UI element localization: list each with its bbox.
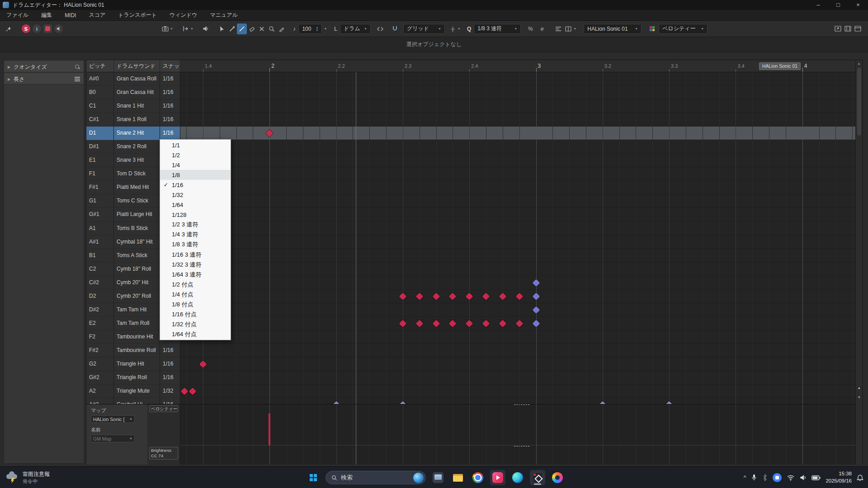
menu-item[interactable]: MIDI [65,12,76,19]
cc74-lane-tag[interactable]: Brightness CC 74 [149,447,178,460]
iterative-quantize-button[interactable]: % [525,23,535,34]
draw-tool[interactable] [277,23,287,34]
taskbar-app-cubase[interactable] [530,470,545,485]
menu-item[interactable]: トランスポート [118,11,157,19]
drum-note[interactable] [482,292,490,300]
column-snap[interactable]: スナップ [160,60,180,72]
event-colors-icon[interactable] [647,23,657,34]
snap-icon[interactable] [390,23,400,34]
drum-note[interactable] [515,320,523,328]
autoscroll-dropdown-icon[interactable]: ▼ [190,27,193,30]
zoom-handle-icon[interactable]: ● [856,386,862,389]
taskbar-app-browser[interactable] [550,470,565,485]
part-edit-icon[interactable] [563,23,573,34]
cell-snap[interactable]: 1/16 [160,99,180,113]
cell-snap[interactable]: 1/16 [160,127,180,140]
chat-icon[interactable] [773,473,782,482]
snap-menu-item[interactable]: 1/64 付点 [160,329,231,339]
snap-menu-item[interactable]: 1/32 付点 [160,319,231,329]
pin-icon[interactable] [4,23,14,34]
battery-icon[interactable] [811,475,821,480]
drum-note[interactable] [499,292,506,300]
drum-note[interactable] [266,130,274,137]
line-tool[interactable] [237,23,247,34]
snapshot-icon[interactable] [160,23,170,34]
zoom-in-icon[interactable]: ＋ [856,394,862,400]
map-name-select[interactable]: GM Map ▼ [91,435,135,442]
vertical-scrollbar[interactable]: ▲ ● ＋ [855,60,862,464]
drum-note[interactable] [449,320,457,328]
snap-menu-item[interactable]: 1/64 [160,200,231,210]
minimize-button[interactable]: – [808,0,828,10]
solo-button[interactable]: S [22,24,30,33]
lanes-dropdown-icon[interactable]: ▼ [573,27,576,30]
record-feedback-button[interactable] [43,24,52,33]
cell-snap[interactable]: 1/16 [160,72,180,86]
snap-menu-item[interactable]: 1/4 3 連符 [160,230,231,239]
cell-snap[interactable]: 1/16 [160,113,180,127]
start-button[interactable] [306,470,321,485]
taskbar-clock[interactable]: 15:38 2025/09/16 [826,470,852,484]
drum-map-select[interactable]: HALion Sonic [ ▼ [91,415,135,423]
menu-item[interactable]: 編集 [41,11,52,19]
drum-note[interactable] [449,292,457,300]
snap-menu-item[interactable]: 1/32 3 連符 [160,260,231,270]
snap-type-dropdown-icon[interactable]: ▼ [458,27,461,30]
snap-menu-item[interactable]: 1/8 3 連符 [160,239,231,249]
grid-type-select[interactable]: グリッド ▼ [403,24,445,34]
search-box[interactable]: 検索 [326,471,426,484]
snap-menu-item[interactable]: 1/16 付点 [160,310,231,319]
drum-note[interactable] [482,320,490,328]
microphone-icon[interactable] [751,474,757,481]
drum-note[interactable] [399,320,406,328]
event-colors-select[interactable]: ベロシティー ▼ [659,24,708,34]
tray-overflow-icon[interactable]: ^ [744,474,746,481]
drum-note[interactable] [415,292,423,300]
autoscroll-icon[interactable] [180,23,190,34]
window-zones-icon[interactable] [843,23,853,34]
drum-note[interactable] [532,306,540,314]
eraser-tool[interactable] [247,23,257,34]
drum-note[interactable] [532,279,540,286]
select-tool[interactable] [217,23,227,34]
close-button[interactable]: × [848,0,868,10]
section-quantize[interactable]: ▶ クオンタイズ [4,61,84,72]
speaker-icon[interactable] [800,474,807,481]
snap-menu-item[interactable]: 1/4 付点 [160,290,231,300]
snap-menu-item[interactable]: 1/8 [160,170,231,180]
quantize-preset-select[interactable]: 1/8 3 連符 ▼ [474,24,521,34]
maximize-button[interactable]: □ [828,0,848,10]
velocity-dropdown-icon[interactable]: ▼ [324,27,327,30]
acoustic-feedback-button[interactable] [54,24,63,33]
drum-note[interactable] [415,320,423,328]
cell-snap[interactable]: 1/16 [160,86,180,99]
cell-snap[interactable]: 1/16 [160,371,180,385]
setup-window-icon[interactable] [853,23,863,34]
cell-snap[interactable]: 1/16 [160,344,180,357]
taskbar-app-explorer[interactable] [450,470,466,485]
lanes-icon[interactable] [553,23,563,34]
cell-snap[interactable]: 1/16 [160,357,180,371]
zoom-tool[interactable] [267,23,277,34]
part-name-tag[interactable]: HALion Sonic 01 [759,62,801,70]
mirror-icon[interactable] [375,23,385,34]
menu-item[interactable]: ファイル [6,11,28,19]
drum-note[interactable] [466,292,473,300]
column-pitch[interactable]: ピッチ [86,60,114,72]
section-length[interactable]: ▶ 長さ [4,74,84,84]
mute-tool[interactable] [257,23,267,34]
menu-item[interactable]: ウィンドウ [170,11,197,19]
menu-item[interactable]: マニュアル [210,11,237,19]
drum-note[interactable] [199,361,207,368]
drum-note[interactable] [499,320,506,328]
snapshot-dropdown-icon[interactable]: ▼ [170,27,173,30]
taskbar-app-media[interactable] [490,470,505,485]
snap-menu-item[interactable]: 1/2 付点 [160,280,231,290]
cell-snap[interactable]: 1/32 [160,385,180,398]
wifi-icon[interactable] [787,474,795,481]
drum-note[interactable] [515,292,523,300]
info-button[interactable]: i [33,24,41,33]
velocity-lane-tag[interactable]: ベロシティー [149,405,178,412]
drum-note[interactable] [399,292,406,300]
snap-menu-item[interactable]: 1/1 [160,140,231,150]
